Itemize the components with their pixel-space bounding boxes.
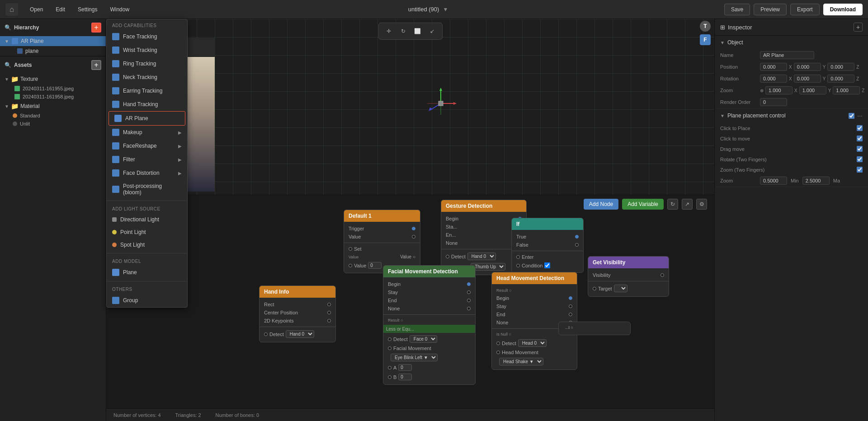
rot-y-input[interactable]	[794, 75, 821, 83]
hm-end-port[interactable]	[569, 313, 572, 316]
true-port[interactable]	[575, 235, 579, 239]
download-button[interactable]: Download	[823, 4, 863, 15]
title-dropdown-arrow[interactable]: ▼	[443, 6, 448, 13]
value-in-port[interactable]	[349, 264, 352, 267]
dd-spot-light[interactable]: Spot Light	[107, 239, 187, 251]
fm-movement-select[interactable]: Eye Blink Left ▼	[391, 354, 438, 361]
dd-neck-tracking[interactable]: Neck Tracking	[107, 70, 187, 84]
dd-earring-tracking[interactable]: Earring Tracking	[107, 84, 187, 98]
target-select[interactable]	[614, 285, 627, 292]
dd-group[interactable]: Group	[107, 294, 187, 307]
dd-directional-light[interactable]: Directional Light	[107, 213, 187, 226]
logo-icon[interactable]: ⌂	[5, 3, 18, 16]
hm-begin-port[interactable]	[569, 296, 572, 300]
menu-window[interactable]: Window	[107, 5, 132, 14]
hm-movement-port[interactable]	[496, 351, 500, 354]
dd-face-tracking[interactable]: Face Tracking	[107, 30, 187, 43]
add-variable-button[interactable]: Add Variable	[622, 199, 664, 210]
fm-stay-port[interactable]	[467, 290, 471, 294]
hm-detect-port[interactable]	[496, 341, 500, 345]
dd-ar-plane[interactable]: AR Plane	[108, 111, 185, 126]
visibility-port[interactable]	[660, 273, 664, 277]
hm-movement-select[interactable]: Head Shake ▼	[499, 358, 543, 365]
zoom-z-input[interactable]	[833, 86, 860, 94]
set-in-port[interactable]	[349, 247, 352, 251]
texture-group-header[interactable]: ▼ 📁 Texture	[0, 74, 106, 84]
rect-port[interactable]	[327, 303, 331, 306]
preview-button[interactable]: Preview	[754, 4, 787, 15]
material-unlit[interactable]: Unlit	[0, 120, 106, 128]
zoom-two-check[interactable]	[857, 167, 863, 173]
trigger-port[interactable]	[412, 227, 415, 230]
gesture-select[interactable]: Thumb Up	[471, 263, 505, 271]
hierarchy-search-icon[interactable]: 🔍	[5, 24, 11, 31]
fm-begin-port[interactable]	[467, 282, 471, 286]
vp-transform-icon[interactable]: ↙	[426, 25, 439, 37]
zoom-x-input[interactable]	[765, 86, 793, 94]
fm-a-port[interactable]	[388, 366, 392, 370]
export-button[interactable]: Export	[790, 4, 820, 15]
export-graph-icon[interactable]: ↗	[682, 199, 693, 210]
fm-b-input[interactable]	[398, 374, 412, 380]
dd-hand-tracking[interactable]: Hand Tracking	[107, 98, 187, 111]
refresh-graph-icon[interactable]: ↻	[667, 199, 678, 210]
fm-end-port[interactable]	[467, 299, 471, 302]
rot-x-input[interactable]	[760, 75, 787, 83]
center-port[interactable]	[327, 311, 331, 314]
texture-item-2[interactable]: 20240311-161958.jpeg	[0, 93, 106, 101]
vp-rotate-icon[interactable]: ↻	[397, 25, 410, 37]
vp-move-icon[interactable]: ✛	[382, 25, 395, 37]
pos-z-input[interactable]	[827, 63, 854, 71]
dd-makeup[interactable]: Makeup ▶	[107, 126, 187, 139]
detect-select[interactable]: Hand 0	[467, 253, 496, 260]
vp-scale-icon[interactable]: ⬜	[411, 25, 424, 37]
plane-control-more-icon[interactable]: ···	[857, 112, 863, 119]
dd-face-distortion[interactable]: Face Distortion ▶	[107, 166, 187, 180]
menu-settings[interactable]: Settings	[75, 5, 100, 14]
false-port[interactable]	[575, 243, 579, 247]
keypoints-port[interactable]	[327, 319, 331, 323]
menu-edit[interactable]: Edit	[53, 5, 68, 14]
add-node-button[interactable]: Add Node	[584, 199, 618, 210]
menu-open[interactable]: Open	[27, 5, 46, 14]
target-port[interactable]	[593, 287, 596, 290]
hierarchy-item-ar-plane[interactable]: ▼ AR Plane	[0, 36, 106, 46]
enter-port[interactable]	[516, 255, 520, 259]
texture-item-1[interactable]: 20240311-161955.jpeg	[0, 84, 106, 93]
dd-wrist-tracking[interactable]: Wrist Tracking	[107, 43, 187, 57]
dd-point-light[interactable]: Point Light	[107, 226, 187, 239]
detect-hand-select[interactable]: Hand 0	[286, 330, 314, 338]
detect-port[interactable]	[446, 255, 449, 258]
material-standard[interactable]: Standard	[0, 112, 106, 120]
fm-detect-port[interactable]	[388, 337, 392, 341]
hierarchy-item-plane[interactable]: plane	[13, 46, 106, 56]
rot-z-input[interactable]	[827, 75, 854, 83]
render-order-input[interactable]	[760, 98, 787, 106]
name-input[interactable]	[760, 51, 814, 59]
pos-y-input[interactable]	[794, 63, 821, 71]
plane-control-enable[interactable]	[849, 113, 854, 119]
inspector-add-button[interactable]: +	[854, 23, 863, 32]
dd-post-processing[interactable]: Post-processing (bloom)	[107, 180, 187, 199]
dd-ring-tracking[interactable]: Ring Tracking	[107, 57, 187, 70]
hm-detect-select[interactable]: Head 0	[518, 339, 547, 347]
value-input[interactable]	[368, 262, 382, 269]
zoom-y-input[interactable]	[799, 86, 826, 94]
cond-port[interactable]	[516, 264, 520, 267]
save-button[interactable]: Save	[724, 4, 750, 15]
fm-movement-port[interactable]	[388, 346, 392, 350]
rotate-two-check[interactable]	[857, 156, 863, 162]
drag-move-check[interactable]	[857, 146, 863, 152]
material-group-header[interactable]: ▼ 📁 Material	[0, 101, 106, 112]
zoom-val-input[interactable]	[760, 177, 787, 185]
hierarchy-add-button[interactable]: +	[91, 23, 101, 33]
pos-x-input[interactable]	[760, 63, 787, 71]
assets-add-button[interactable]: +	[91, 60, 101, 70]
dd-facereshape[interactable]: FaceReshape ▶	[107, 139, 187, 153]
click-to-move-check[interactable]	[857, 136, 863, 141]
settings-graph-icon[interactable]: ⚙	[696, 199, 707, 210]
fm-none-port[interactable]	[467, 307, 471, 310]
fm-a-input[interactable]	[398, 364, 412, 371]
fm-detect-select[interactable]: Face 0	[410, 335, 437, 343]
hm-stay-port[interactable]	[569, 304, 572, 308]
